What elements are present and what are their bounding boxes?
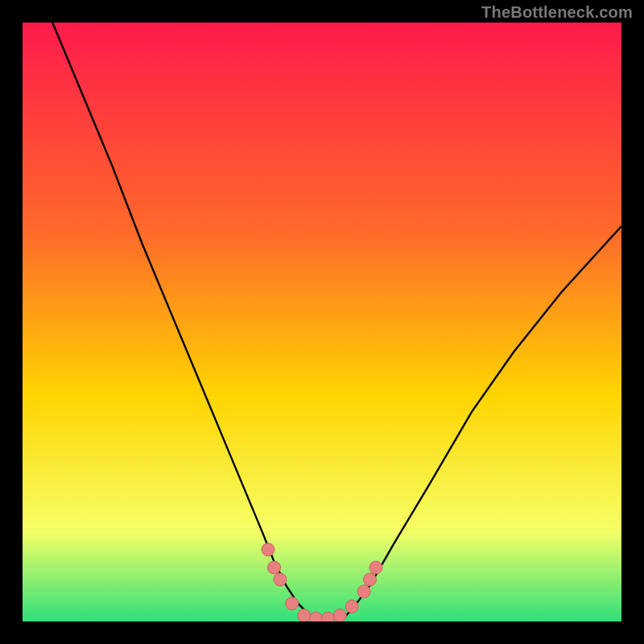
curve-marker [310, 612, 323, 621]
curve-marker [298, 609, 311, 621]
curve-marker [345, 600, 358, 613]
curve-marker [357, 585, 370, 598]
curve-marker [286, 597, 299, 610]
curve-marker [274, 573, 287, 586]
plot-area [23, 23, 621, 621]
curve-marker [369, 561, 382, 574]
curve-marker [268, 561, 281, 574]
curve-marker [321, 612, 334, 621]
curve-marker [364, 573, 377, 586]
chart-svg [23, 23, 621, 621]
chart-frame: TheBottleneck.com [0, 0, 644, 644]
curve-marker [333, 609, 346, 621]
curve-marker [262, 543, 275, 556]
watermark-label: TheBottleneck.com [481, 3, 633, 22]
gradient-background [23, 23, 621, 621]
